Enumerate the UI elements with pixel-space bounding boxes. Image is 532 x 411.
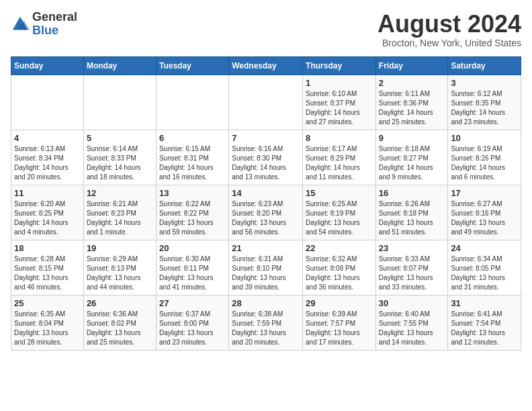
- day-number: 3: [451, 78, 518, 88]
- weekday-header: Wednesday: [229, 56, 303, 75]
- day-info: Sunrise: 6:38 AM Sunset: 7:59 PM Dayligh…: [232, 310, 300, 347]
- day-info: Sunrise: 6:18 AM Sunset: 8:27 PM Dayligh…: [379, 144, 445, 182]
- day-info: Sunrise: 6:34 AM Sunset: 8:05 PM Dayligh…: [451, 255, 518, 292]
- day-number: 4: [14, 133, 81, 143]
- calendar-cell: 13Sunrise: 6:22 AM Sunset: 8:22 PM Dayli…: [156, 185, 228, 240]
- day-number: 5: [87, 133, 153, 143]
- day-number: 30: [379, 298, 445, 308]
- day-number: 29: [306, 298, 373, 308]
- day-number: 14: [232, 188, 300, 198]
- calendar-week-row: 11Sunrise: 6:20 AM Sunset: 8:25 PM Dayli…: [11, 185, 521, 240]
- day-info: Sunrise: 6:28 AM Sunset: 8:15 PM Dayligh…: [14, 255, 81, 292]
- calendar-cell: 14Sunrise: 6:23 AM Sunset: 8:20 PM Dayli…: [229, 185, 303, 240]
- day-info: Sunrise: 6:13 AM Sunset: 8:34 PM Dayligh…: [14, 144, 81, 182]
- weekday-header: Friday: [375, 56, 448, 75]
- calendar-week-row: 25Sunrise: 6:35 AM Sunset: 8:04 PM Dayli…: [11, 295, 521, 350]
- day-number: 13: [159, 188, 226, 198]
- day-info: Sunrise: 6:14 AM Sunset: 8:33 PM Dayligh…: [87, 144, 153, 182]
- day-number: 12: [87, 188, 153, 198]
- calendar-cell: 28Sunrise: 6:38 AM Sunset: 7:59 PM Dayli…: [229, 295, 303, 350]
- calendar-cell: 21Sunrise: 6:31 AM Sunset: 8:10 PM Dayli…: [229, 240, 303, 295]
- calendar-cell: 3Sunrise: 6:12 AM Sunset: 8:35 PM Daylig…: [448, 75, 521, 130]
- logo-blue-text: Blue: [32, 24, 58, 37]
- logo-general-text: General: [32, 10, 77, 24]
- calendar-cell: 12Sunrise: 6:21 AM Sunset: 8:23 PM Dayli…: [83, 185, 156, 240]
- day-number: 26: [87, 298, 153, 308]
- day-number: 19: [87, 243, 153, 253]
- day-number: 7: [232, 133, 300, 143]
- calendar-cell: 7Sunrise: 6:16 AM Sunset: 8:30 PM Daylig…: [229, 130, 303, 185]
- day-number: 9: [379, 133, 445, 143]
- day-info: Sunrise: 6:22 AM Sunset: 8:22 PM Dayligh…: [159, 199, 226, 237]
- calendar-table: SundayMondayTuesdayWednesdayThursdayFrid…: [11, 56, 521, 351]
- calendar-cell: 10Sunrise: 6:19 AM Sunset: 8:26 PM Dayli…: [448, 130, 521, 185]
- calendar-cell: 17Sunrise: 6:27 AM Sunset: 8:16 PM Dayli…: [448, 185, 521, 240]
- logo: General Blue: [11, 11, 77, 38]
- day-info: Sunrise: 6:11 AM Sunset: 8:36 PM Dayligh…: [379, 89, 445, 127]
- location: Brocton, New York, United States: [378, 38, 521, 48]
- day-info: Sunrise: 6:10 AM Sunset: 8:37 PM Dayligh…: [306, 89, 373, 127]
- day-number: 23: [379, 243, 445, 253]
- day-info: Sunrise: 6:40 AM Sunset: 7:55 PM Dayligh…: [379, 310, 445, 347]
- day-info: Sunrise: 6:37 AM Sunset: 8:00 PM Dayligh…: [159, 310, 226, 347]
- calendar-cell: 4Sunrise: 6:13 AM Sunset: 8:34 PM Daylig…: [11, 130, 84, 185]
- calendar-cell: [83, 75, 156, 130]
- calendar-week-row: 4Sunrise: 6:13 AM Sunset: 8:34 PM Daylig…: [11, 130, 521, 185]
- day-number: 21: [232, 243, 300, 253]
- day-number: 6: [159, 133, 226, 143]
- calendar-week-row: 18Sunrise: 6:28 AM Sunset: 8:15 PM Dayli…: [11, 240, 521, 295]
- calendar-cell: 19Sunrise: 6:29 AM Sunset: 8:13 PM Dayli…: [83, 240, 156, 295]
- day-info: Sunrise: 6:21 AM Sunset: 8:23 PM Dayligh…: [87, 199, 153, 237]
- day-number: 28: [232, 298, 300, 308]
- calendar-cell: 11Sunrise: 6:20 AM Sunset: 8:25 PM Dayli…: [11, 185, 84, 240]
- calendar-cell: 27Sunrise: 6:37 AM Sunset: 8:00 PM Dayli…: [156, 295, 228, 350]
- calendar-cell: 29Sunrise: 6:39 AM Sunset: 7:57 PM Dayli…: [303, 295, 376, 350]
- day-info: Sunrise: 6:29 AM Sunset: 8:13 PM Dayligh…: [87, 255, 153, 292]
- day-number: 17: [451, 188, 518, 198]
- day-number: 15: [306, 188, 373, 198]
- calendar-cell: 2Sunrise: 6:11 AM Sunset: 8:36 PM Daylig…: [375, 75, 448, 130]
- day-info: Sunrise: 6:32 AM Sunset: 8:08 PM Dayligh…: [306, 255, 373, 292]
- calendar-cell: 15Sunrise: 6:25 AM Sunset: 8:19 PM Dayli…: [303, 185, 376, 240]
- day-info: Sunrise: 6:12 AM Sunset: 8:35 PM Dayligh…: [451, 89, 518, 127]
- calendar-cell: 16Sunrise: 6:26 AM Sunset: 8:18 PM Dayli…: [375, 185, 448, 240]
- day-number: 16: [379, 188, 445, 198]
- day-number: 25: [14, 298, 81, 308]
- calendar-cell: 18Sunrise: 6:28 AM Sunset: 8:15 PM Dayli…: [11, 240, 84, 295]
- calendar-cell: 6Sunrise: 6:15 AM Sunset: 8:31 PM Daylig…: [156, 130, 228, 185]
- day-info: Sunrise: 6:33 AM Sunset: 8:07 PM Dayligh…: [379, 255, 445, 292]
- day-number: 18: [14, 243, 81, 253]
- day-info: Sunrise: 6:23 AM Sunset: 8:20 PM Dayligh…: [232, 199, 300, 237]
- day-number: 8: [306, 133, 373, 143]
- calendar-cell: 9Sunrise: 6:18 AM Sunset: 8:27 PM Daylig…: [375, 130, 448, 185]
- page-header: General Blue August 2024 Brocton, New Yo…: [11, 11, 521, 48]
- day-number: 24: [451, 243, 518, 253]
- calendar-cell: 26Sunrise: 6:36 AM Sunset: 8:02 PM Dayli…: [83, 295, 156, 350]
- calendar-cell: 23Sunrise: 6:33 AM Sunset: 8:07 PM Dayli…: [375, 240, 448, 295]
- calendar-cell: 31Sunrise: 6:41 AM Sunset: 7:54 PM Dayli…: [448, 295, 521, 350]
- weekday-header-row: SundayMondayTuesdayWednesdayThursdayFrid…: [11, 56, 521, 75]
- day-info: Sunrise: 6:31 AM Sunset: 8:10 PM Dayligh…: [232, 255, 300, 292]
- day-number: 11: [14, 188, 81, 198]
- calendar-cell: 24Sunrise: 6:34 AM Sunset: 8:05 PM Dayli…: [448, 240, 521, 295]
- day-number: 27: [159, 298, 226, 308]
- calendar-cell: 25Sunrise: 6:35 AM Sunset: 8:04 PM Dayli…: [11, 295, 84, 350]
- weekday-header: Sunday: [11, 56, 84, 75]
- day-info: Sunrise: 6:41 AM Sunset: 7:54 PM Dayligh…: [451, 310, 518, 347]
- day-info: Sunrise: 6:17 AM Sunset: 8:29 PM Dayligh…: [306, 144, 373, 182]
- month-year: August 2024: [378, 11, 521, 38]
- weekday-header: Tuesday: [156, 56, 228, 75]
- day-number: 2: [379, 78, 445, 88]
- calendar-week-row: 1Sunrise: 6:10 AM Sunset: 8:37 PM Daylig…: [11, 75, 521, 130]
- day-info: Sunrise: 6:30 AM Sunset: 8:11 PM Dayligh…: [159, 255, 226, 292]
- weekday-header: Saturday: [448, 56, 521, 75]
- day-info: Sunrise: 6:39 AM Sunset: 7:57 PM Dayligh…: [306, 310, 373, 347]
- calendar-cell: 22Sunrise: 6:32 AM Sunset: 8:08 PM Dayli…: [303, 240, 376, 295]
- day-number: 22: [306, 243, 373, 253]
- calendar-cell: [11, 75, 84, 130]
- day-number: 31: [451, 298, 518, 308]
- calendar-cell: 20Sunrise: 6:30 AM Sunset: 8:11 PM Dayli…: [156, 240, 228, 295]
- day-number: 1: [306, 78, 373, 88]
- calendar-cell: 1Sunrise: 6:10 AM Sunset: 8:37 PM Daylig…: [303, 75, 376, 130]
- calendar-cell: 5Sunrise: 6:14 AM Sunset: 8:33 PM Daylig…: [83, 130, 156, 185]
